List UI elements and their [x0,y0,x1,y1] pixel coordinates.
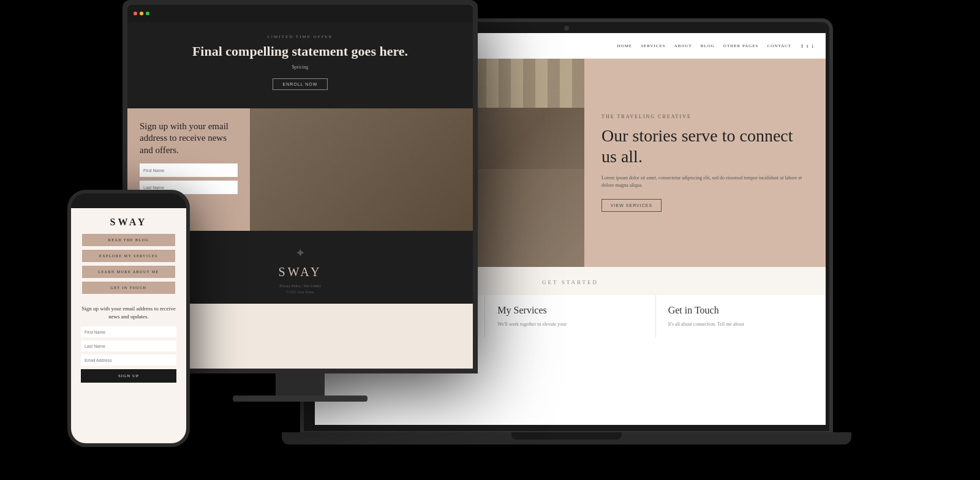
close-dot [134,12,137,15]
desktop-dark-section: LIMITED TIME OFFER Final compelling stat… [127,22,473,108]
phone-logo: SWAY [71,208,186,234]
maximize-dot [146,12,149,15]
nav-services[interactable]: SERVICES [641,43,666,48]
phone-menu-services[interactable]: EXPLORE MY SERVICES [82,250,175,262]
phone-menu-about[interactable]: LEARN MORE ABOUT ME [82,266,175,278]
card-contact: Get in Touch It's all about connection. … [656,295,826,337]
firstname-field[interactable] [140,163,238,177]
services-title: My Services [497,305,643,316]
minimize-dot [140,12,143,15]
phone-menu-blog[interactable]: READ THE BLOG [82,234,175,246]
hero-title: Our stories serve to connect us all. [601,126,809,167]
contact-title: Get in Touch [668,305,813,316]
phone-signup: Sign up with your email address to recei… [71,298,186,383]
offer-label: LIMITED TIME OFFER [146,34,454,39]
card-services: My Services We'll work together to eleva… [485,295,655,337]
nav-blog[interactable]: BLOG [701,43,715,48]
nav-contact[interactable]: CONTACT [767,43,791,48]
enroll-button[interactable]: ENROLL NOW [273,78,328,90]
hero-subtitle: THE TRAVELING CREATIVE [601,114,809,119]
phone-body: SWAY READ THE BLOG EXPLORE MY SERVICES L… [67,190,190,447]
phone-notch-bar [71,193,186,208]
hero-body: Lorem ipsum dolor sit amet, consectetur … [601,174,809,189]
social-icons: f t i [801,43,813,49]
pricing-link[interactable]: $pricing [146,64,454,70]
signup-title: Sign up with your email address to recei… [140,121,238,157]
phone-notch [110,197,147,205]
desktop-base [233,396,368,402]
phone-menu-contact[interactable]: GET IN TOUCH [82,282,175,294]
laptop-camera [564,26,569,31]
hero-content: THE TRAVELING CREATIVE Our stories serve… [584,59,826,267]
phone-menu: READ THE BLOG EXPLORE MY SERVICES LEARN … [71,234,186,294]
facebook-icon[interactable]: f [801,43,803,49]
phone-lastname[interactable] [81,340,176,351]
nav-other[interactable]: OTHER PAGES [723,43,759,48]
phone-device: SWAY READ THE BLOG EXPLORE MY SERVICES L… [67,190,190,447]
phone-email[interactable] [81,354,176,366]
laptop-nav-links: HOME SERVICES ABOUT BLOG OTHER PAGES CON… [617,43,791,48]
desktop-headline: Final compelling statement goes here. [146,43,454,61]
phone-screen: SWAY READ THE BLOG EXPLORE MY SERVICES L… [71,208,186,443]
services-body: We'll work together to elevate your [497,321,643,328]
laptop-base [282,432,851,444]
instagram-icon[interactable]: i [812,43,813,49]
phone-firstname[interactable] [81,326,176,337]
phone-signup-button[interactable]: SIGN UP [81,369,176,383]
view-services-button[interactable]: VIEW SERVICES [601,199,662,212]
signup-right-image [250,108,473,231]
twitter-icon[interactable]: t [807,43,809,49]
desktop-top-bar [127,5,473,22]
phone-signup-title: Sign up with your email address to recei… [81,305,176,320]
nav-home[interactable]: HOME [617,43,633,48]
contact-body: It's all about connection. Tell me about [668,321,813,328]
desktop-stand [276,373,325,398]
nav-about[interactable]: ABOUT [674,43,692,48]
